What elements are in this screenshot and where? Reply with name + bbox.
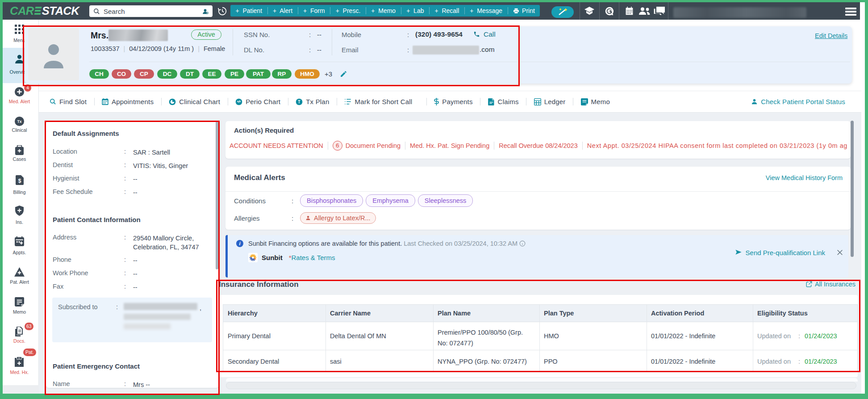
svg-text:$: $ — [18, 178, 21, 184]
svg-text:Tx: Tx — [17, 119, 21, 124]
